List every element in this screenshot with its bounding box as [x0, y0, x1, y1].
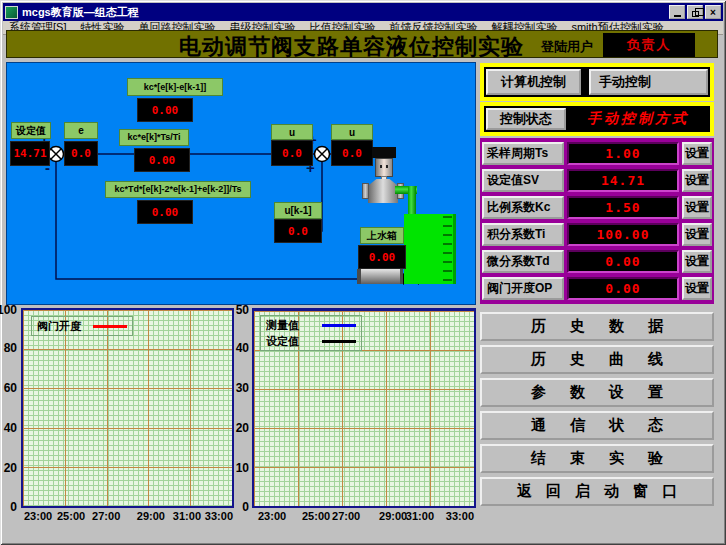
- x-tick: 25:00: [57, 510, 85, 522]
- y-tick: 0: [10, 500, 17, 514]
- param-row-op: 阀门开度OP 0.00 设置: [480, 277, 714, 300]
- param-row-sv: 设定值SV 14.71 设置: [480, 169, 714, 192]
- param-set-button[interactable]: 设置: [682, 277, 712, 300]
- return-start-window-button[interactable]: 返回启动窗口: [480, 477, 714, 506]
- x-tick: 31:00: [406, 510, 434, 522]
- d-term-value: 0.00: [137, 200, 193, 224]
- close-button[interactable]: ×: [705, 5, 721, 19]
- legend-line-black: [322, 340, 356, 343]
- y-tick: 100: [0, 303, 17, 317]
- param-set-button[interactable]: 设置: [682, 250, 712, 273]
- legend-line-blue: [322, 324, 356, 327]
- param-row-kc: 比例系数Kc 1.50 设置: [480, 196, 714, 219]
- history-curve-button[interactable]: 历史曲线: [480, 345, 714, 374]
- param-row-ts: 采样周期Ts 1.00 设置: [480, 142, 714, 165]
- y-tick: 20: [236, 421, 249, 435]
- param-value-display: 100.00: [567, 223, 679, 246]
- plot-area: 测量值 设定值: [252, 308, 476, 508]
- y-tick: 60: [4, 381, 17, 395]
- computer-control-button[interactable]: 计算机控制: [486, 69, 581, 95]
- param-set-button[interactable]: 设置: [682, 196, 712, 219]
- param-label-button[interactable]: 积分系数Ti: [482, 223, 564, 246]
- minimize-icon: [674, 15, 681, 17]
- history-data-button[interactable]: 历史数据: [480, 312, 714, 341]
- param-label-button[interactable]: 比例系数Kc: [482, 196, 564, 219]
- x-tick: 25:00: [302, 510, 330, 522]
- u-prev-value: 0.0: [274, 219, 322, 243]
- chart-legend: 测量值 设定值: [260, 315, 362, 351]
- p-term-label: kc*[e[k]-e[k-1]]: [127, 78, 223, 96]
- x-axis: 23:00 25:00 27:00 29:00 31:00 33:00: [21, 510, 234, 526]
- x-tick: 27:00: [92, 510, 120, 522]
- x-tick: 29:00: [379, 510, 407, 522]
- control-mode-box: 计算机控制 手动控制: [480, 63, 714, 101]
- param-set-button[interactable]: 设置: [682, 142, 712, 165]
- param-label-button[interactable]: 阀门开度OP: [482, 277, 564, 300]
- y-tick: 40: [4, 421, 17, 435]
- x-tick: 23:00: [24, 510, 52, 522]
- param-label-button[interactable]: 采样周期Ts: [482, 142, 564, 165]
- minimize-button[interactable]: [669, 5, 685, 19]
- u2-value: 0.0: [331, 140, 373, 166]
- end-experiment-button[interactable]: 结束实验: [480, 444, 714, 473]
- y-tick: 0: [242, 500, 249, 514]
- param-row-td: 微分系数Td 0.00 设置: [480, 250, 714, 273]
- y-tick: 40: [236, 341, 249, 355]
- error-label: e: [64, 122, 98, 139]
- banner: 电动调节阀支路单容液位控制实验 登陆用户 负责人: [6, 30, 718, 58]
- setpoint-label: 设定值: [11, 122, 51, 139]
- u2-label: u: [331, 124, 373, 140]
- param-value-display: 0.00: [567, 277, 679, 300]
- valve-indicator-dot: [380, 165, 382, 168]
- restore-button[interactable]: [687, 5, 703, 19]
- close-icon: ×: [710, 7, 716, 18]
- app-icon: [5, 6, 18, 19]
- y-tick: 50: [236, 303, 249, 317]
- plot-area: 阀门开度: [21, 308, 234, 508]
- level-trend-chart: 50 40 30 20 10 0 测量值 设定值 23:00 25:00 27:: [236, 306, 478, 542]
- x-tick: 27:00: [332, 510, 360, 522]
- y-axis-left: 50 40 30 20 10 0: [236, 306, 250, 514]
- x-axis: 23:00 25:00 27:00 29:00 31:00 33:00: [252, 510, 476, 526]
- pid-block-diagram: + - + + 设定值 14.71 e 0.0 kc*[e[k]-e[k-1]]…: [6, 62, 476, 305]
- tank-scale-ruler: [443, 216, 452, 282]
- control-status-button[interactable]: 控制状态: [486, 108, 566, 130]
- x-tick: 31:00: [173, 510, 201, 522]
- param-label-button[interactable]: 设定值SV: [482, 169, 564, 192]
- legend-line-red: [93, 325, 127, 328]
- x-tick: 33:00: [446, 510, 474, 522]
- y-tick: 80: [4, 341, 17, 355]
- valve-opening-trend-chart: 100 80 60 40 20 0 阀门开度 23:00 25:00 27:00…: [0, 306, 240, 542]
- parameter-panel: 采样周期Ts 1.00 设置 设定值SV 14.71 设置 比例系数Kc 1.5…: [480, 138, 714, 304]
- y-tick: 20: [4, 461, 17, 475]
- param-set-button[interactable]: 设置: [682, 223, 712, 246]
- valve-actuator: [375, 158, 393, 177]
- chart-legend: 阀门开度: [31, 316, 133, 336]
- error-value: 0.0: [64, 141, 98, 166]
- tank-level-value: 0.00: [358, 245, 406, 269]
- x-tick: 29:00: [137, 510, 165, 522]
- restore-icon: [692, 11, 699, 17]
- param-label-button[interactable]: 微分系数Td: [482, 250, 564, 273]
- x-tick: 23:00: [258, 510, 286, 522]
- control-status-display: 手动控制方式: [572, 106, 704, 132]
- manual-control-button[interactable]: 手动控制: [589, 69, 708, 95]
- i-term-value: 0.00: [134, 148, 190, 172]
- y-axis-left: 100 80 60 40 20 0: [0, 306, 20, 514]
- title-bar: mcgs教育版—组态工程 ×: [3, 3, 723, 21]
- param-value-display: 14.71: [567, 169, 679, 192]
- param-row-ti: 积分系数Ti 100.00 设置: [480, 223, 714, 246]
- communication-status-button[interactable]: 通信状态: [480, 411, 714, 440]
- setpoint-value: 14.71: [10, 141, 50, 166]
- page-title: 电动调节阀支路单容液位控制实验: [179, 32, 524, 62]
- parameter-setting-button[interactable]: 参数设置: [480, 378, 714, 407]
- y-tick: 10: [236, 461, 249, 475]
- x-tick: 33:00: [205, 510, 233, 522]
- param-set-button[interactable]: 设置: [682, 169, 712, 192]
- u-prev-label: u[k-1]: [274, 202, 322, 219]
- valve-indicator-dot: [386, 165, 388, 168]
- param-value-display: 1.00: [567, 142, 679, 165]
- valve-flange-left: [362, 183, 369, 199]
- pump: [357, 269, 403, 284]
- i-term-label: kc*e[k]*Ts/Ti: [119, 129, 189, 146]
